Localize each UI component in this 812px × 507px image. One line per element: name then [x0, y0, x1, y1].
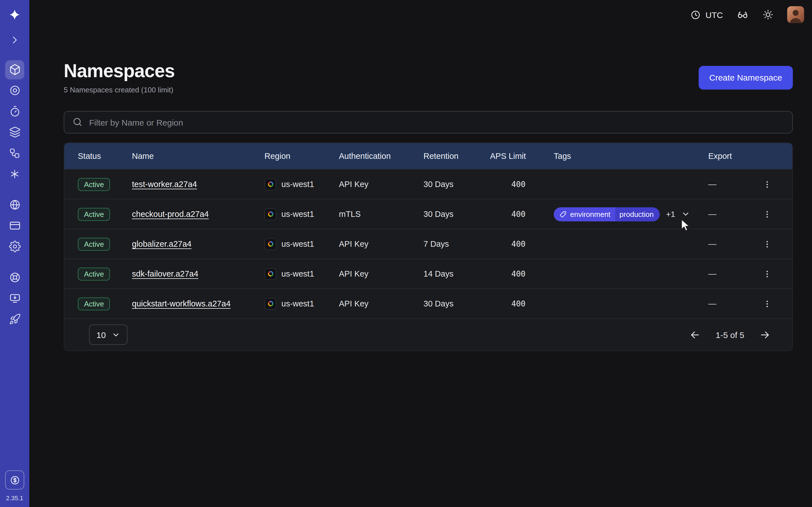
tags-cell: environment production +1 [554, 207, 708, 221]
chevron-down-icon [111, 331, 120, 339]
temporal-logo-icon[interactable] [5, 5, 24, 24]
auth-cell: mTLS [339, 210, 423, 219]
col-aps-limit: APS Limit [490, 152, 554, 161]
region-label: us-west1 [282, 210, 314, 219]
status-badge: Active [78, 297, 110, 311]
tag-expand-chevron-down-icon[interactable] [681, 210, 690, 219]
row-actions-kebab[interactable] [760, 297, 774, 311]
namespace-link[interactable]: checkout-prod.a27a4 [132, 210, 209, 219]
namespace-link[interactable]: test-worker.a27a4 [132, 180, 197, 189]
col-export: Export [708, 152, 792, 161]
glasses-icon [737, 8, 749, 21]
sidebar-item-target-icon[interactable] [5, 81, 24, 100]
topbar: UTC [29, 0, 812, 29]
aps-limit-cell: 400 [490, 210, 554, 219]
table-row: Active quickstart-workflows.a27a4 us-wes… [64, 289, 792, 319]
usage-dollar-icon[interactable] [5, 470, 24, 490]
page-size-value: 10 [96, 330, 106, 340]
export-dash: — [708, 299, 716, 308]
gcp-cloud-icon [264, 209, 276, 220]
auth-cell: API Key [339, 299, 423, 308]
app-version: 2.35.1 [6, 495, 23, 501]
retention-cell: 30 Days [423, 210, 490, 219]
namespaces-table: Status Name Region Authentication Retent… [64, 143, 793, 351]
export-dash: — [708, 270, 716, 279]
page-title: Namespaces [64, 61, 175, 81]
filter-input[interactable] [64, 111, 793, 134]
create-namespace-button[interactable]: Create Namespace [699, 66, 793, 89]
gcp-cloud-icon [264, 298, 276, 310]
table-row: Active checkout-prod.a27a4 us-west1 mTLS… [64, 199, 792, 229]
col-region: Region [264, 152, 339, 161]
sidebar-item-monitor-arrow-icon[interactable] [5, 289, 24, 308]
namespace-link[interactable]: sdk-failover.a27a4 [132, 270, 198, 279]
sidebar-item-asterisk-icon[interactable] [5, 164, 24, 183]
table-row: Active test-worker.a27a4 us-west1 API Ke… [64, 169, 792, 199]
glasses-icon-button[interactable] [737, 8, 749, 21]
main-content: Namespaces 5 Namespaces created (100 lim… [29, 29, 812, 351]
sidebar-item-credit-card-icon[interactable] [5, 216, 24, 235]
sidebar-item-timer-icon[interactable] [5, 102, 24, 121]
retention-cell: 30 Days [423, 180, 490, 189]
sidebar: 2.35.1 [0, 0, 29, 507]
export-dash: — [708, 210, 716, 219]
avatar[interactable] [787, 6, 804, 23]
col-status: Status [78, 152, 132, 161]
status-badge: Active [78, 178, 110, 191]
col-name: Name [132, 152, 264, 161]
tag-pill[interactable]: environment production [554, 207, 660, 221]
status-badge: Active [78, 238, 110, 251]
region-label: us-west1 [282, 299, 314, 308]
col-tags: Tags [554, 152, 708, 161]
auth-cell: API Key [339, 270, 423, 279]
table-row: Active globalizer.a27a4 us-west1 API Key… [64, 229, 792, 259]
timezone-button[interactable]: UTC [690, 9, 723, 20]
row-actions-kebab[interactable] [760, 237, 774, 251]
status-badge: Active [78, 208, 110, 221]
theme-toggle-sun-icon[interactable] [762, 9, 774, 20]
row-actions-kebab[interactable] [760, 267, 774, 281]
tag-key-label: environment [570, 210, 610, 219]
sidebar-item-namespaces-cube-icon[interactable] [5, 60, 24, 79]
namespace-link[interactable]: globalizer.a27a4 [132, 240, 192, 249]
row-actions-kebab[interactable] [760, 207, 774, 221]
retention-cell: 7 Days [423, 240, 490, 249]
region-label: us-west1 [282, 180, 314, 189]
region-label: us-west1 [282, 240, 314, 249]
sidebar-item-rocket-icon[interactable] [5, 309, 24, 329]
status-badge: Active [78, 268, 110, 281]
tag-more-count[interactable]: +1 [666, 210, 675, 219]
page-size-select[interactable]: 10 [89, 325, 127, 345]
sidebar-item-globe-icon[interactable] [5, 195, 24, 214]
sidebar-expand-chevron-right-icon[interactable] [5, 30, 24, 49]
aps-limit-cell: 400 [490, 240, 554, 249]
page-subtitle: 5 Namespaces created (100 limit) [64, 86, 175, 94]
tag-icon [559, 211, 567, 218]
namespace-link[interactable]: quickstart-workflows.a27a4 [132, 299, 231, 308]
sidebar-item-gear-icon[interactable] [5, 237, 24, 256]
aps-limit-cell: 400 [490, 270, 554, 279]
page-range: 1-5 of 5 [716, 330, 744, 340]
table-body: Active test-worker.a27a4 us-west1 API Ke… [64, 169, 792, 319]
next-page-button[interactable] [758, 328, 772, 342]
aps-limit-cell: 400 [490, 180, 554, 189]
auth-cell: API Key [339, 180, 423, 189]
sidebar-item-workflow-icon[interactable] [5, 144, 24, 163]
sidebar-item-lifebuoy-icon[interactable] [5, 268, 24, 287]
filter-search [64, 111, 793, 134]
col-retention: Retention [423, 152, 490, 161]
gcp-cloud-icon [264, 179, 276, 190]
col-authentication: Authentication [339, 152, 423, 161]
retention-cell: 14 Days [423, 270, 490, 279]
aps-limit-cell: 400 [490, 299, 554, 308]
sidebar-item-layers-icon[interactable] [5, 122, 24, 142]
prev-page-button[interactable] [688, 328, 702, 342]
row-actions-kebab[interactable] [760, 177, 774, 191]
export-dash: — [708, 180, 716, 189]
retention-cell: 30 Days [423, 299, 490, 308]
auth-cell: API Key [339, 240, 423, 249]
search-icon [72, 117, 83, 130]
export-dash: — [708, 240, 716, 249]
table-footer: 10 1-5 of 5 [64, 319, 792, 351]
table-row: Active sdk-failover.a27a4 us-west1 API K… [64, 259, 792, 289]
